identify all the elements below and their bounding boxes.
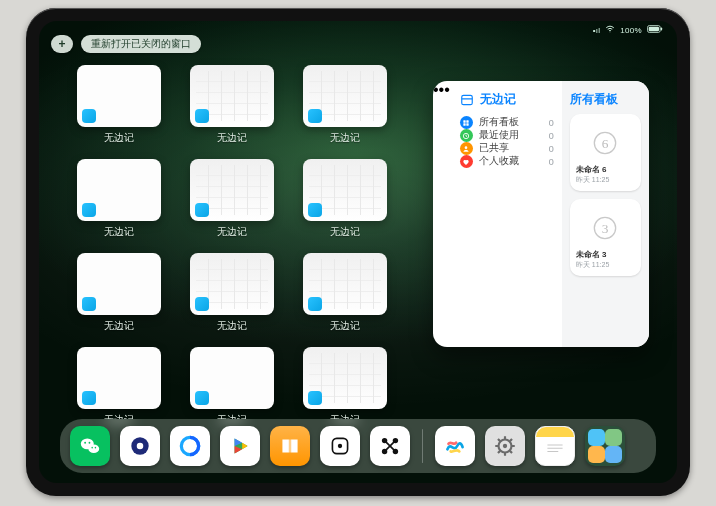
- tile-label: 无边记: [217, 131, 247, 145]
- tile-thumbnail: [190, 65, 274, 127]
- tile-thumbnail: [303, 159, 387, 221]
- dock-app-notes[interactable]: [535, 426, 575, 466]
- board-card[interactable]: 6未命名 6昨天 11:25: [570, 114, 641, 191]
- tile-label: 无边记: [217, 319, 247, 333]
- board-subtitle: 昨天 11:25: [576, 175, 635, 185]
- sidebar-item[interactable]: 所有看板0: [460, 116, 554, 129]
- tile-label: 无边记: [330, 319, 360, 333]
- app-switcher-tile[interactable]: 无边记: [77, 253, 162, 333]
- dock-app-play[interactable]: [220, 426, 260, 466]
- svg-rect-5: [464, 120, 466, 122]
- grid-icon: [460, 116, 473, 129]
- svg-point-0: [610, 32, 611, 33]
- svg-point-10: [465, 146, 468, 149]
- app-switcher-grid: 无边记无边记无边记无边记无边记无边记无边记无边记无边记无边记无边记无边记: [77, 65, 387, 427]
- person-icon: [460, 142, 473, 155]
- sidebar-item-count: 0: [549, 131, 554, 141]
- tile-thumbnail: [190, 159, 274, 221]
- clock-icon: [460, 129, 473, 142]
- app-switcher-tile[interactable]: 无边记: [302, 159, 387, 239]
- dock-app-dice[interactable]: [320, 426, 360, 466]
- svg-rect-8: [467, 123, 469, 125]
- tile-label: 无边记: [330, 131, 360, 145]
- tile-thumbnail: [190, 253, 274, 315]
- dock-app-app-library[interactable]: [585, 426, 625, 466]
- sidebar-item-count: 0: [549, 157, 554, 167]
- dock: [60, 419, 656, 473]
- dock-separator: [422, 429, 423, 463]
- panel-right-title: 所有看板: [570, 91, 641, 108]
- sidebar-item-label: 最近使用: [479, 129, 519, 142]
- svg-point-35: [503, 444, 507, 448]
- ipad-device-frame: •ıl 100% + 重新打开已关闭的窗口 无边记无边记无边记无边记无边记无边记…: [26, 8, 690, 496]
- svg-point-17: [84, 442, 86, 444]
- ipad-screen: •ıl 100% + 重新打开已关闭的窗口 无边记无边记无边记无边记无边记无边记…: [39, 21, 677, 483]
- freeform-icon: [460, 93, 474, 107]
- svg-rect-2: [649, 27, 659, 32]
- app-switcher-tile[interactable]: 无边记: [302, 65, 387, 145]
- new-window-button[interactable]: +: [51, 35, 73, 53]
- sidebar-item-count: 0: [549, 144, 554, 154]
- app-switcher-tile[interactable]: 无边记: [190, 347, 275, 427]
- svg-text:3: 3: [602, 220, 609, 235]
- app-switcher-tile[interactable]: 无边记: [77, 65, 162, 145]
- panel-sidebar: 无边记 所有看板0最近使用0已共享0个人收藏0: [450, 81, 562, 347]
- sidebar-item[interactable]: 个人收藏0: [460, 155, 554, 168]
- status-bar: •ıl 100%: [593, 24, 663, 36]
- tile-label: 无边记: [104, 131, 134, 145]
- dock-app-books[interactable]: [270, 426, 310, 466]
- svg-point-22: [137, 443, 144, 450]
- app-switcher-tile[interactable]: 无边记: [77, 159, 162, 239]
- tile-thumbnail: [190, 347, 274, 409]
- tile-label: 无边记: [330, 225, 360, 239]
- tile-thumbnail: [77, 253, 161, 315]
- svg-point-16: [88, 444, 99, 453]
- sidebar-item-count: 0: [549, 118, 554, 128]
- wifi-icon: [605, 24, 615, 36]
- tile-label: 无边记: [104, 319, 134, 333]
- sidebar-item[interactable]: 最近使用0: [460, 129, 554, 142]
- tile-thumbnail: [303, 65, 387, 127]
- svg-point-29: [338, 444, 342, 448]
- board-name: 未命名 6: [576, 166, 635, 175]
- sidebar-item-label: 个人收藏: [479, 155, 519, 168]
- app-switcher-tile[interactable]: 无边记: [190, 159, 275, 239]
- panel-title: 无边记: [480, 91, 516, 108]
- app-switcher-tile[interactable]: 无边记: [77, 347, 162, 427]
- svg-rect-6: [467, 120, 469, 122]
- tile-label: 无边记: [104, 225, 134, 239]
- svg-point-19: [91, 447, 93, 449]
- tile-thumbnail: [77, 159, 161, 221]
- svg-text:6: 6: [602, 136, 609, 151]
- sidebar-item-label: 已共享: [479, 142, 509, 155]
- panel-content: 所有看板 6未命名 6昨天 11:253未命名 3昨天 11:25: [562, 81, 649, 347]
- board-name: 未命名 3: [576, 251, 635, 260]
- app-switcher-tile[interactable]: 无边记: [190, 253, 275, 333]
- svg-rect-3: [661, 28, 662, 31]
- battery-icon: [647, 25, 663, 35]
- dock-app-wechat[interactable]: [70, 426, 110, 466]
- svg-point-18: [89, 442, 91, 444]
- dock-app-quark[interactable]: [120, 426, 160, 466]
- reopen-closed-window-button[interactable]: 重新打开已关闭的窗口: [81, 35, 201, 53]
- svg-marker-27: [242, 443, 247, 450]
- board-card[interactable]: 3未命名 3昨天 11:25: [570, 199, 641, 276]
- app-switcher-tile[interactable]: 无边记: [190, 65, 275, 145]
- board-thumbnail: 6: [576, 120, 635, 166]
- top-bar: + 重新打开已关闭的窗口: [51, 35, 201, 53]
- tile-thumbnail: [303, 253, 387, 315]
- dock-app-qqbrowser[interactable]: [170, 426, 210, 466]
- tile-thumbnail: [303, 347, 387, 409]
- sidebar-item[interactable]: 已共享0: [460, 142, 554, 155]
- dock-app-nodes[interactable]: [370, 426, 410, 466]
- app-switcher-tile[interactable]: 无边记: [302, 253, 387, 333]
- tile-label: 无边记: [217, 225, 247, 239]
- tile-thumbnail: [77, 65, 161, 127]
- panel-more-button[interactable]: •••: [433, 81, 450, 347]
- dock-app-settings[interactable]: [485, 426, 525, 466]
- dock-app-freeform[interactable]: [435, 426, 475, 466]
- tile-thumbnail: [77, 347, 161, 409]
- app-switcher-tile[interactable]: 无边记: [302, 347, 387, 427]
- svg-rect-4: [462, 95, 473, 104]
- board-subtitle: 昨天 11:25: [576, 260, 635, 270]
